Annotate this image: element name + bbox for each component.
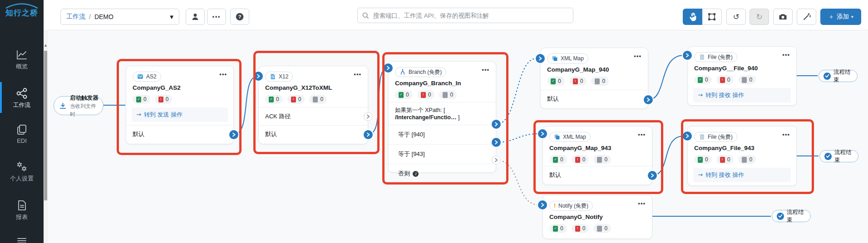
flow-port[interactable] — [384, 63, 393, 73]
flow-port[interactable] — [683, 51, 692, 60]
scroll-up-arrow-icon[interactable]: ▲ — [44, 44, 48, 47]
flow-port[interactable] — [683, 131, 692, 141]
count-green[interactable]: ✓0 — [133, 95, 150, 104]
default-route-row[interactable]: 默认 — [126, 125, 233, 144]
sidebar-item-workflow[interactable]: 工作流 — [0, 87, 44, 109]
sidebar-item-reports[interactable]: 报表 — [0, 199, 44, 221]
sidebar-item-settings[interactable]: 个人设置 — [0, 161, 44, 183]
start-trigger-node[interactable]: 启动触发器 当收到文件时 — [54, 96, 104, 115]
chevron-port[interactable] — [364, 112, 373, 121]
count-red[interactable]: !0 — [155, 95, 173, 104]
card-menu-button[interactable]: ••• — [782, 51, 790, 58]
card-menu-button[interactable]: ••• — [219, 71, 227, 78]
user-button[interactable] — [186, 9, 205, 25]
count-red[interactable]: !0 — [287, 95, 305, 104]
connector-type-label: File (免费) — [708, 53, 733, 61]
help-button[interactable]: ? — [230, 9, 249, 25]
connector-card-branch[interactable]: Branch (免费) ••• CompanyG_Branch_In ✓0 !0… — [388, 61, 496, 173]
goto-action-link[interactable]: →转到 发送 操作 — [132, 107, 228, 122]
canvas-vertical-scrollbar[interactable]: ▲ — [43, 30, 48, 243]
sidebar-item-overview[interactable]: 概览 — [0, 49, 44, 71]
connector-type-badge: XML Map — [549, 132, 591, 142]
connector-card-file943[interactable]: File (免费) ••• CompanyG_File_943 ✓0 !0 0→… — [687, 126, 797, 186]
connector-type-badge: File (免费) — [694, 132, 737, 142]
goto-action-link[interactable]: →转到 接收 操作 — [693, 168, 791, 182]
card-menu-button[interactable]: ••• — [638, 200, 646, 207]
count-green[interactable]: ✓0 — [549, 155, 567, 164]
branch-condition-row[interactable]: 如果第一个 XPath: [ /Interchange/Functio… ] — [389, 102, 496, 125]
count-green[interactable]: ✓0 — [547, 77, 565, 86]
select-button[interactable] — [702, 9, 722, 25]
default-route-row[interactable]: 默认 — [543, 166, 652, 185]
undo-button[interactable]: ↺ — [726, 9, 746, 25]
person-icon — [191, 13, 199, 21]
branch-case-row[interactable]: 否则i — [389, 164, 496, 183]
connection-line — [496, 58, 537, 124]
add-button[interactable]: ＋添加▾ — [820, 9, 861, 25]
scrollbar-thumb[interactable] — [44, 51, 47, 200]
count-green[interactable]: ✓0 — [694, 75, 712, 84]
flow-end-label: 流程结束 — [787, 209, 806, 224]
search-input[interactable] — [372, 12, 568, 19]
flow-port[interactable] — [538, 200, 547, 209]
card-menu-button[interactable]: ••• — [354, 71, 361, 78]
default-route-row[interactable]: 默认 — [259, 125, 368, 144]
card-menu-button[interactable]: ••• — [638, 131, 646, 138]
count-gray[interactable]: 0 — [439, 90, 457, 99]
app-logo[interactable]: 知行之桥 — [0, 3, 44, 18]
count-red[interactable]: !0 — [569, 77, 587, 86]
count-gray[interactable]: 0 — [738, 155, 756, 164]
branch-case-row[interactable]: 等于 [940] — [389, 125, 496, 144]
flow-port[interactable] — [492, 120, 501, 129]
connector-card-map943[interactable]: XML Map ••• CompanyG_Map_943 ✓0 !0 0默认 — [542, 126, 652, 185]
default-route-row[interactable]: 默认 — [541, 90, 648, 108]
connector-card-map940[interactable]: XML Map ••• CompanyG_Map_940 ✓0 !0 0默认 — [540, 48, 648, 109]
card-menu-button[interactable]: ••• — [782, 131, 790, 138]
flow-port[interactable] — [536, 54, 545, 63]
chevron-right-icon — [650, 173, 655, 178]
x12-icon — [270, 73, 276, 80]
flow-port[interactable] — [254, 72, 263, 81]
trigger-title: 启动触发器 — [70, 95, 99, 101]
card-menu-button[interactable]: ••• — [482, 66, 489, 73]
route-row[interactable]: ACK 路径 — [259, 107, 368, 125]
sidebar-item-more[interactable] — [0, 238, 44, 243]
count-green[interactable]: ✓0 — [395, 90, 413, 99]
more-button[interactable]: ••• — [207, 9, 226, 25]
count-red[interactable]: !0 — [572, 155, 589, 164]
connector-card-notify[interactable]: ! Notify (免费) ••• CompanyG_Notify ✓0 !0 … — [542, 195, 652, 239]
count-gray[interactable]: 0 — [593, 155, 611, 164]
flow-end-node: 流程结束 — [772, 210, 811, 222]
message-counts: ✓0 !0 0 — [549, 224, 646, 233]
branch-case-row[interactable]: 等于 [943] — [389, 144, 496, 164]
flow-port[interactable] — [229, 130, 238, 139]
pan-button[interactable] — [683, 9, 702, 25]
count-gray[interactable]: 0 — [309, 95, 327, 104]
count-green[interactable]: ✓0 — [549, 224, 567, 233]
connector-card-as2[interactable]: AS2 ••• CompanyG_AS2 ✓0 !0→转到 发送 操作默认 — [126, 66, 234, 144]
workflow-breadcrumb-select[interactable]: 工作流 / DEMO ▼ — [60, 9, 179, 25]
count-red[interactable]: !0 — [716, 75, 734, 84]
count-green[interactable]: ✓0 — [694, 155, 712, 164]
autolayout-button[interactable] — [797, 9, 816, 25]
connector-card-file940[interactable]: File (免费) ••• CompanyG__File_940 ✓0 !0 0… — [687, 46, 797, 106]
flow-port[interactable] — [538, 129, 547, 138]
count-gray[interactable]: 0 — [593, 224, 611, 233]
goto-action-link[interactable]: →转到 接收 操作 — [693, 88, 791, 102]
chevron-port[interactable] — [492, 156, 501, 165]
connector-card-x12[interactable]: X12 ••• CompanyG_X12ToXML ✓0 !0 0ACK 路径默… — [258, 66, 368, 144]
flow-port[interactable] — [492, 138, 501, 147]
flow-port[interactable] — [644, 95, 653, 104]
flow-port[interactable] — [364, 130, 373, 139]
count-gray[interactable]: 0 — [738, 75, 756, 84]
count-green[interactable]: ✓0 — [265, 95, 283, 104]
sidebar-item-edi[interactable]: EDI — [0, 124, 44, 144]
connector-title: CompanyG_Notify — [549, 214, 646, 220]
count-red[interactable]: !0 — [572, 224, 589, 233]
flow-port[interactable] — [648, 171, 657, 180]
count-red[interactable]: !0 — [716, 155, 734, 164]
count-red[interactable]: !0 — [417, 90, 435, 99]
card-menu-button[interactable]: ••• — [634, 53, 641, 59]
count-gray[interactable]: 0 — [591, 77, 609, 86]
snapshot-button[interactable] — [773, 9, 793, 25]
